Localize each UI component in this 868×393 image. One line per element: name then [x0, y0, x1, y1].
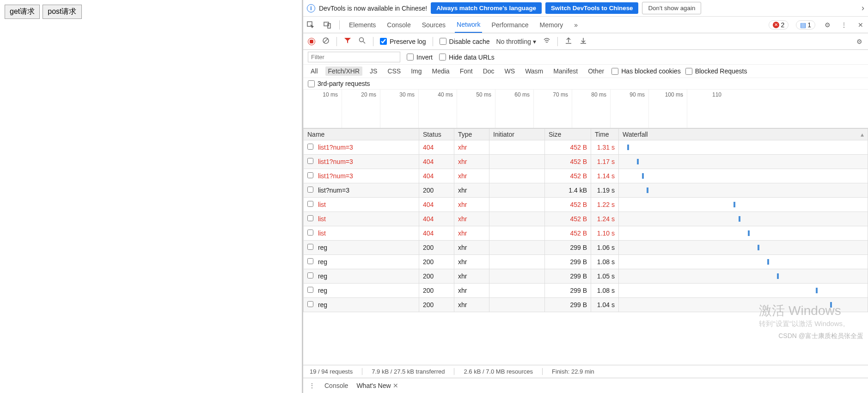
row-checkbox[interactable]	[307, 301, 313, 307]
filter-input[interactable]	[308, 52, 400, 62]
filter-font[interactable]: Font	[457, 67, 476, 76]
timeline-overview[interactable]: 10 ms20 ms30 ms40 ms50 ms60 ms70 ms80 ms…	[303, 90, 868, 128]
preserve-log-checkbox[interactable]: Preserve log	[380, 38, 426, 45]
issues-badge[interactable]: ▤1	[796, 20, 815, 30]
wifi-icon[interactable]	[543, 37, 551, 46]
table-row[interactable]: list1?num=3404xhr452 B1.14 s	[304, 169, 868, 183]
row-checkbox[interactable]	[307, 230, 313, 236]
switch-chinese-button[interactable]: Switch DevTools to Chinese	[545, 2, 639, 14]
request-initiator	[489, 284, 545, 298]
record-button[interactable]	[308, 38, 315, 45]
request-status: 200	[419, 241, 454, 255]
disable-cache-checkbox[interactable]: Disable cache	[440, 38, 490, 45]
request-size: 299 B	[545, 255, 591, 269]
gear-icon[interactable]: ⚙	[823, 20, 832, 30]
request-waterfall	[619, 212, 868, 226]
filter-manifest[interactable]: Manifest	[550, 67, 581, 76]
filter-media[interactable]: Media	[429, 67, 452, 76]
filter-img[interactable]: Img	[408, 67, 424, 76]
table-row[interactable]: list404xhr452 B1.22 s	[304, 198, 868, 212]
filter-css[interactable]: CSS	[385, 67, 403, 76]
filter-icon[interactable]	[343, 37, 352, 46]
drawer-kebab-icon[interactable]: ⋮	[308, 382, 316, 389]
dont-show-button[interactable]: Don't show again	[642, 2, 701, 14]
filter-other[interactable]: Other	[585, 67, 607, 76]
drawer-tab-whatsnew[interactable]: What's New ✕	[356, 382, 398, 389]
row-checkbox[interactable]	[307, 187, 313, 193]
invert-checkbox[interactable]: Invert	[407, 54, 433, 61]
row-checkbox[interactable]	[307, 201, 313, 207]
inspect-icon[interactable]	[306, 20, 315, 30]
info-icon: i	[307, 4, 315, 12]
table-row[interactable]: list1?num=3404xhr452 B1.31 s	[304, 140, 868, 155]
drawer-tabs: ⋮ Console What's New ✕	[303, 378, 868, 393]
close-icon[interactable]: ✕	[856, 20, 865, 30]
clear-icon[interactable]	[322, 37, 330, 46]
blocked-cookies-checkbox[interactable]: Has blocked cookies	[611, 67, 680, 75]
row-checkbox[interactable]	[307, 215, 313, 221]
table-row[interactable]: reg200xhr299 B1.05 s	[304, 269, 868, 284]
filter-js[interactable]: JS	[367, 67, 380, 76]
request-name: reg	[318, 258, 327, 266]
search-icon[interactable]	[358, 37, 367, 46]
row-checkbox[interactable]	[307, 272, 313, 278]
table-row[interactable]: reg200xhr299 B1.06 s	[304, 241, 868, 255]
filter-all[interactable]: All	[308, 67, 321, 76]
chevron-right-icon[interactable]: ›	[862, 3, 864, 13]
always-match-button[interactable]: Always match Chrome's language	[431, 2, 542, 14]
close-icon[interactable]: ✕	[393, 382, 398, 389]
drawer-tab-console[interactable]: Console	[324, 382, 348, 389]
row-checkbox[interactable]	[307, 158, 313, 164]
network-table[interactable]: Name Status Type Initiator Size Time Wat…	[303, 128, 868, 365]
kebab-icon[interactable]: ⋮	[839, 20, 849, 30]
settings-icon[interactable]: ⚙	[855, 38, 863, 45]
request-size: 452 B	[545, 155, 591, 169]
col-status[interactable]: Status	[419, 129, 454, 140]
upload-icon[interactable]	[564, 37, 573, 46]
filter-fetchxhr[interactable]: Fetch/XHR	[325, 67, 362, 76]
tabs-more-icon[interactable]: »	[572, 18, 580, 32]
row-checkbox[interactable]	[307, 244, 313, 250]
tab-elements[interactable]: Elements	[347, 18, 378, 32]
table-row[interactable]: reg200xhr299 B1.08 s	[304, 255, 868, 269]
request-time: 1.22 s	[591, 198, 619, 212]
table-row[interactable]: list?num=3200xhr1.4 kB1.19 s	[304, 183, 868, 198]
row-checkbox[interactable]	[307, 287, 313, 293]
thirdparty-checkbox[interactable]: 3rd-party requests	[308, 80, 370, 87]
device-icon[interactable]	[323, 20, 332, 30]
col-waterfall[interactable]: Waterfall ▴	[619, 129, 868, 140]
tab-sources[interactable]: Sources	[420, 18, 447, 32]
col-time[interactable]: Time	[591, 129, 619, 140]
throttling-select[interactable]: No throttling ▾	[496, 38, 536, 45]
tab-memory[interactable]: Memory	[538, 18, 565, 32]
col-type[interactable]: Type	[454, 129, 489, 140]
table-row[interactable]: list404xhr452 B1.24 s	[304, 212, 868, 226]
post-request-button[interactable]: post请求	[43, 5, 81, 19]
table-row[interactable]: reg200xhr299 B1.04 s	[304, 298, 868, 312]
row-checkbox[interactable]	[307, 258, 313, 264]
filter-doc[interactable]: Doc	[480, 67, 497, 76]
blocked-requests-checkbox[interactable]: Blocked Requests	[685, 67, 747, 75]
tab-console[interactable]: Console	[385, 18, 412, 32]
filter-wasm[interactable]: Wasm	[522, 67, 546, 76]
table-row[interactable]: list1?num=3404xhr452 B1.17 s	[304, 155, 868, 169]
row-checkbox[interactable]	[307, 144, 313, 150]
download-icon[interactable]	[579, 37, 587, 46]
tab-network[interactable]: Network	[455, 17, 482, 33]
col-initiator[interactable]: Initiator	[489, 129, 545, 140]
request-time: 1.31 s	[591, 140, 619, 155]
filter-ws[interactable]: WS	[502, 67, 518, 76]
col-name[interactable]: Name	[304, 129, 419, 140]
request-name: reg	[318, 301, 327, 308]
table-row[interactable]: list404xhr452 B1.10 s	[304, 226, 868, 241]
row-checkbox[interactable]	[307, 172, 313, 178]
request-name: list	[318, 230, 326, 237]
request-time: 1.05 s	[591, 269, 619, 284]
status-resources: 2.6 kB / 7.0 MB resources	[454, 368, 533, 375]
get-request-button[interactable]: get请求	[5, 5, 40, 19]
table-row[interactable]: reg200xhr299 B1.08 s	[304, 284, 868, 298]
col-size[interactable]: Size	[545, 129, 591, 140]
tab-performance[interactable]: Performance	[489, 18, 530, 32]
error-badge[interactable]: ✕2	[769, 20, 789, 30]
hide-data-urls-checkbox[interactable]: Hide data URLs	[439, 54, 495, 61]
